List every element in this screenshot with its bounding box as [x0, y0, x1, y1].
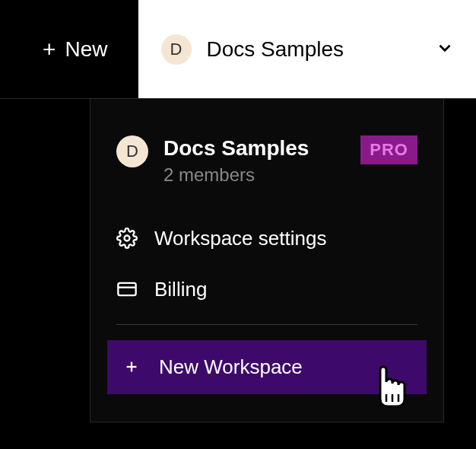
plan-badge: PRO: [360, 135, 417, 164]
top-bar: + New D Docs Samples: [0, 0, 476, 99]
new-workspace-label: New Workspace: [159, 355, 303, 379]
plus-icon: [121, 356, 142, 377]
new-workspace-button[interactable]: New Workspace: [107, 340, 427, 394]
menu-item-workspace-settings[interactable]: Workspace settings: [107, 213, 427, 264]
workspace-header: D Docs Samples 2 members PRO: [107, 135, 427, 186]
workspace-dropdown: D Docs Samples 2 members PRO Workspace s…: [90, 99, 444, 422]
menu-item-label: Workspace settings: [154, 227, 326, 250]
workspace-info: Docs Samples 2 members: [163, 135, 345, 186]
menu-item-label: Billing: [154, 278, 207, 301]
svg-point-0: [125, 236, 130, 241]
credit-card-icon: [116, 279, 138, 300]
divider: [116, 324, 417, 325]
plus-icon: +: [43, 37, 56, 62]
workspace-avatar: D: [161, 34, 192, 65]
avatar-letter: D: [126, 142, 138, 161]
new-button[interactable]: + New: [0, 0, 131, 98]
workspace-selector-label: Docs Samples: [207, 37, 420, 62]
workspace-avatar: D: [116, 135, 148, 167]
chevron-down-icon: [435, 38, 455, 61]
workspace-members: 2 members: [163, 164, 345, 186]
new-button-label: New: [65, 37, 108, 62]
avatar-letter: D: [170, 40, 182, 59]
menu-item-billing[interactable]: Billing: [107, 264, 427, 315]
svg-rect-1: [118, 283, 135, 295]
workspace-name: Docs Samples: [163, 135, 345, 161]
gear-icon: [116, 228, 138, 249]
workspace-selector[interactable]: D Docs Samples: [138, 0, 476, 98]
